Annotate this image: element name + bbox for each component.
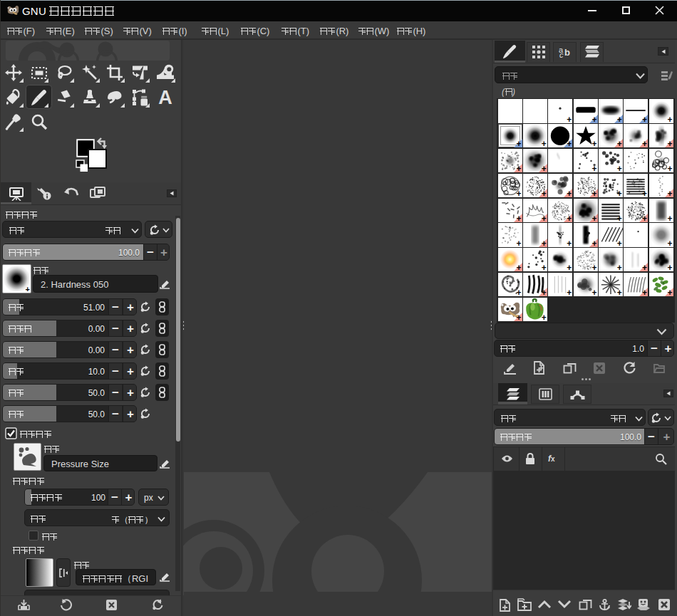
svg-text:A: A (158, 89, 172, 106)
